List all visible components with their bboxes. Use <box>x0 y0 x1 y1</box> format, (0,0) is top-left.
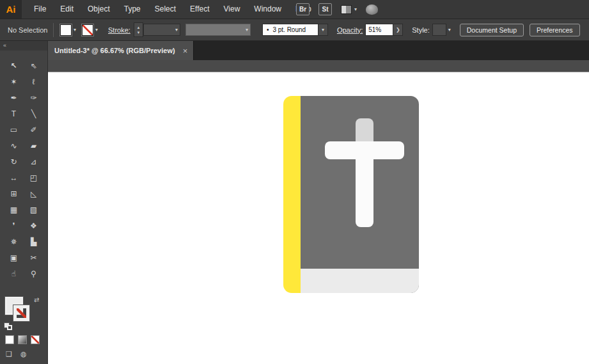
bridge-button[interactable]: Br <box>296 3 310 15</box>
rotate-tool[interactable]: ↻ <box>4 154 24 170</box>
menu-select[interactable]: Select <box>148 0 183 19</box>
width-tool[interactable]: ↔ <box>4 170 24 186</box>
eyedropper-tool[interactable]: ❜ <box>4 218 24 233</box>
bottom-mode-buttons: ❑ ◍ <box>6 350 26 358</box>
style-label[interactable]: Style: <box>412 26 430 34</box>
slice-tool[interactable]: ✂ <box>24 249 43 265</box>
stroke-label[interactable]: Stroke: <box>108 26 130 34</box>
type-tool[interactable]: T <box>4 106 24 122</box>
arrange-documents-button[interactable]: ▾ <box>341 5 357 14</box>
stroke-color-control[interactable]: ▾ <box>82 24 98 36</box>
stroke-width-dropdown[interactable]: ▾ <box>143 24 180 36</box>
chevron-down-icon[interactable]: ▾ <box>74 28 76 33</box>
graphic-style-control[interactable]: ▾ <box>432 24 451 36</box>
direct-selection-tool[interactable]: ⇖ <box>24 58 43 74</box>
menu-bar-items: FileEditObjectTypeSelectEffectViewWindow… <box>27 0 318 19</box>
document-setup-button[interactable]: Document Setup <box>460 24 524 36</box>
opacity-dropdown-button[interactable]: ❯ <box>393 24 403 36</box>
collapse-icon: « <box>3 42 6 49</box>
share-icon[interactable] <box>366 4 378 15</box>
brush-definition-value: 3 pt. Round <box>272 26 306 33</box>
brush-definition-control[interactable]: • 3 pt. Round ▾ <box>262 24 328 36</box>
menu-view[interactable]: View <box>217 0 247 19</box>
pen-tool[interactable]: ✒ <box>4 90 24 106</box>
opacity-control[interactable]: ❯ <box>365 24 403 36</box>
artboard[interactable] <box>48 72 589 364</box>
tools-panel: « ↖⇖✶ℓ✒✑T╲▭✐∿▰↻⊿↔◰⊞◺▦▧❜❖✵▙▣✂☝⚲ ⇄ ❑ ◍ <box>0 41 48 364</box>
stroke-width-stepper[interactable]: ▴ ▾ <box>134 22 143 37</box>
control-bar: No Selection ▾ ▾ Stroke: ▴ ▾ ▾ ▾ • 3 pt.… <box>0 19 589 41</box>
cross-vertical[interactable] <box>356 144 373 227</box>
menu-window[interactable]: Window <box>247 0 288 19</box>
lasso-tool[interactable]: ℓ <box>24 74 43 90</box>
scale-tool[interactable]: ⊿ <box>24 154 43 170</box>
stock-button[interactable]: St <box>318 3 332 15</box>
fill-swatch[interactable] <box>60 24 72 36</box>
brush-definition-field[interactable]: • 3 pt. Round <box>262 24 318 36</box>
style-swatch[interactable] <box>432 24 446 36</box>
bible-pages[interactable] <box>301 269 419 293</box>
app-bar-right: Br St ▾ <box>296 0 378 19</box>
width-profile-dropdown[interactable]: ▾ <box>185 24 251 36</box>
artboard-tool[interactable]: ▣ <box>4 249 24 265</box>
column-graph-tool[interactable]: ▙ <box>24 233 43 249</box>
perspective-grid-tool[interactable]: ◺ <box>24 186 43 202</box>
rectangle-tool[interactable]: ▭ <box>4 122 24 138</box>
gradient-tool[interactable]: ▧ <box>24 202 43 218</box>
selection-status: No Selection <box>8 26 50 34</box>
document-tab[interactable]: Untitled-3* @ 66.67% (RGB/Preview) × <box>48 41 194 60</box>
chevron-down-icon: ▾ <box>175 28 178 33</box>
menu-edit[interactable]: Edit <box>53 0 81 19</box>
magic-wand-tool[interactable]: ✶ <box>4 74 24 90</box>
pasteboard <box>48 60 589 72</box>
symbol-sprayer-tool[interactable]: ✵ <box>4 233 24 249</box>
draw-modes-button[interactable]: ❑ <box>6 350 12 358</box>
paintbrush-tool[interactable]: ✐ <box>24 122 43 138</box>
fill-stroke-indicator: ⇄ <box>0 296 48 334</box>
blend-tool[interactable]: ❖ <box>24 218 43 233</box>
tool-grid: ↖⇖✶ℓ✒✑T╲▭✐∿▰↻⊿↔◰⊞◺▦▧❜❖✵▙▣✂☝⚲ <box>0 58 47 281</box>
stroke-swatch[interactable] <box>82 24 93 36</box>
fill-color-control[interactable]: ▾ <box>60 24 76 36</box>
default-fill-stroke-icon[interactable] <box>4 322 13 331</box>
color-button[interactable] <box>5 335 14 344</box>
free-transform-tool[interactable]: ◰ <box>24 170 43 186</box>
brush-dropdown-button[interactable]: ▾ <box>318 24 328 36</box>
mesh-tool[interactable]: ▦ <box>4 202 24 218</box>
bible-spine[interactable] <box>283 96 301 293</box>
bible-artwork[interactable] <box>283 96 419 293</box>
zoom-tool[interactable]: ⚲ <box>24 265 43 281</box>
swap-fill-stroke-icon[interactable]: ⇄ <box>34 296 39 303</box>
stepper-up-icon[interactable]: ▴ <box>137 25 140 30</box>
close-icon[interactable]: × <box>183 46 188 56</box>
app-logo: Ai <box>0 0 22 19</box>
menu-type[interactable]: Type <box>117 0 148 19</box>
stroke-indicator[interactable] <box>13 305 29 321</box>
none-button[interactable] <box>31 335 40 344</box>
chevron-down-icon[interactable]: ▾ <box>95 28 98 33</box>
shape-builder-tool[interactable]: ⊞ <box>4 186 24 202</box>
shaper-tool[interactable]: ∿ <box>4 138 24 154</box>
opacity-input[interactable] <box>365 24 393 36</box>
chevron-right-icon: ❯ <box>396 28 400 33</box>
menu-file[interactable]: File <box>27 0 53 19</box>
selection-tool[interactable]: ↖ <box>4 58 24 74</box>
chevron-down-icon[interactable]: ▾ <box>448 28 451 33</box>
opacity-label[interactable]: Opacity: <box>337 26 363 34</box>
chevron-down-icon: ▾ <box>246 28 248 33</box>
menu-object[interactable]: Object <box>81 0 117 19</box>
curvature-tool[interactable]: ✑ <box>24 90 43 106</box>
tab-strip: Untitled-3* @ 66.67% (RGB/Preview) × <box>48 41 589 60</box>
eraser-tool[interactable]: ▰ <box>24 138 43 154</box>
line-segment-tool[interactable]: ╲ <box>24 106 43 122</box>
separator <box>53 23 54 37</box>
collapse-panel-button[interactable]: « <box>0 41 47 51</box>
gradient-button[interactable] <box>18 335 27 344</box>
stepper-down-icon[interactable]: ▾ <box>137 30 140 35</box>
hand-tool[interactable]: ☝ <box>4 265 24 281</box>
menu-effect[interactable]: Effect <box>183 0 216 19</box>
preferences-button[interactable]: Preferences <box>530 24 580 36</box>
brush-preview-icon: • <box>267 26 269 33</box>
color-mode-buttons <box>5 335 40 344</box>
screen-mode-button[interactable]: ◍ <box>20 350 27 358</box>
